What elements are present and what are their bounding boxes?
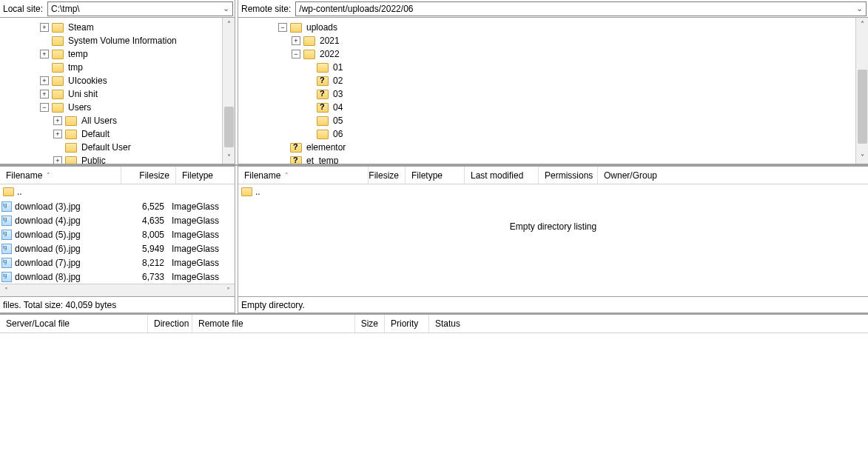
remote-tree-scrollbar[interactable]: ˄ ˅ bbox=[855, 18, 868, 164]
unknown-folder-icon bbox=[317, 103, 329, 113]
expand-icon[interactable]: + bbox=[53, 130, 62, 138]
column-server-local[interactable]: Server/Local file bbox=[0, 315, 148, 333]
tree-item[interactable]: +UIcookies bbox=[0, 74, 222, 87]
tree-item[interactable]: tmp bbox=[0, 61, 222, 74]
column-size[interactable]: Size bbox=[355, 315, 385, 333]
column-status[interactable]: Status bbox=[429, 315, 868, 333]
local-status-bar: files. Total size: 40,059 bytes bbox=[0, 296, 235, 313]
column-filesize[interactable]: Filesize bbox=[121, 167, 176, 184]
column-lastmodified[interactable]: Last modified bbox=[465, 167, 539, 184]
tree-spacer bbox=[305, 130, 314, 138]
scroll-down-icon[interactable]: ˅ bbox=[223, 151, 235, 164]
scroll-right-icon[interactable]: ˃ bbox=[222, 287, 235, 295]
expand-icon[interactable]: + bbox=[40, 23, 49, 32]
local-tree[interactable]: +SteamSystem Volume Information+temptmp+… bbox=[0, 18, 222, 164]
tree-item[interactable]: −uploads bbox=[238, 21, 855, 34]
tree-item[interactable]: +All Users bbox=[0, 114, 222, 127]
tree-spacer bbox=[305, 116, 314, 125]
scroll-down-icon[interactable]: ˅ bbox=[856, 151, 868, 164]
tree-item[interactable]: et_temp bbox=[238, 154, 855, 164]
remote-path-input[interactable]: /wp-content/uploads/2022/06 ⌄ bbox=[295, 1, 867, 16]
column-remote-file[interactable]: Remote file bbox=[192, 315, 355, 333]
parent-dir-row[interactable]: .. bbox=[238, 184, 868, 199]
local-file-list[interactable]: .. download (3).jpg6,525ImageGlassdownlo… bbox=[0, 184, 235, 284]
file-size: 8,212 bbox=[118, 258, 172, 268]
column-filetype[interactable]: Filetype bbox=[176, 167, 235, 184]
local-columns: Filename˄ Filesize Filetype bbox=[0, 167, 235, 184]
collapse-icon[interactable]: − bbox=[40, 103, 49, 112]
column-direction[interactable]: Direction bbox=[148, 315, 192, 333]
column-filename[interactable]: Filename˄ bbox=[238, 167, 369, 184]
tree-item-label: Default bbox=[80, 129, 111, 139]
tree-item[interactable]: System Volume Information bbox=[0, 34, 222, 47]
expand-icon[interactable]: + bbox=[40, 50, 49, 59]
file-row[interactable]: download (3).jpg6,525ImageGlass bbox=[0, 199, 235, 213]
remote-file-list[interactable]: .. Empty directory listing bbox=[238, 184, 868, 296]
tree-item[interactable]: +Public bbox=[0, 154, 222, 164]
tree-item[interactable]: 02 bbox=[238, 74, 855, 87]
local-tree-scrollbar[interactable]: ˄ ˅ bbox=[222, 18, 235, 164]
file-row[interactable]: download (4).jpg4,635ImageGlass bbox=[0, 213, 235, 227]
collapse-icon[interactable]: − bbox=[278, 23, 287, 32]
tree-item[interactable]: 03 bbox=[238, 87, 855, 101]
remote-columns: Filename˄ Filesize Filetype Last modifie… bbox=[238, 167, 868, 184]
tree-item[interactable]: −Users bbox=[0, 101, 222, 114]
file-row[interactable]: download (7).jpg8,212ImageGlass bbox=[0, 255, 235, 270]
tree-item[interactable]: −2022 bbox=[238, 47, 855, 61]
collapse-icon[interactable]: − bbox=[292, 50, 300, 59]
column-filename[interactable]: Filename˄ bbox=[0, 167, 121, 184]
file-type: ImageGlass bbox=[172, 258, 231, 268]
unknown-folder-icon bbox=[317, 90, 329, 99]
scrollbar-thumb[interactable] bbox=[858, 70, 867, 144]
local-list-hscrollbar[interactable]: ˂ ˃ bbox=[0, 284, 235, 296]
tree-item[interactable]: +2021 bbox=[238, 34, 855, 47]
column-priority[interactable]: Priority bbox=[385, 315, 429, 333]
scroll-up-icon[interactable]: ˄ bbox=[856, 18, 868, 30]
tree-spacer bbox=[305, 76, 314, 85]
image-file-icon bbox=[1, 216, 12, 226]
tree-item[interactable]: +Default bbox=[0, 127, 222, 141]
tree-item-label: 2021 bbox=[318, 36, 341, 46]
file-row[interactable]: download (5).jpg8,005ImageGlass bbox=[0, 227, 235, 241]
chevron-down-icon[interactable]: ⌄ bbox=[223, 4, 229, 13]
tree-item-label: Steam bbox=[67, 22, 95, 33]
queue-body[interactable] bbox=[0, 333, 868, 471]
tree-item[interactable]: +Uni shit bbox=[0, 87, 222, 101]
tree-item[interactable]: 04 bbox=[238, 101, 855, 114]
expand-icon[interactable]: + bbox=[53, 116, 62, 125]
tree-item[interactable]: 05 bbox=[238, 114, 855, 127]
file-row[interactable]: download (8).jpg6,733ImageGlass bbox=[0, 270, 235, 284]
chevron-down-icon[interactable]: ⌄ bbox=[856, 4, 863, 13]
tree-item[interactable]: +temp bbox=[0, 47, 222, 61]
parent-dir-row[interactable]: .. bbox=[0, 184, 235, 199]
expand-icon[interactable]: + bbox=[53, 156, 62, 164]
remote-tree[interactable]: −uploads+2021−2022010203040506elementore… bbox=[238, 18, 855, 164]
tree-spacer bbox=[40, 36, 49, 45]
tree-item-label: uploads bbox=[305, 22, 339, 33]
expand-icon[interactable]: + bbox=[292, 36, 300, 45]
scrollbar-thumb[interactable] bbox=[224, 107, 234, 147]
scroll-left-icon[interactable]: ˂ bbox=[0, 287, 13, 295]
empty-listing-message: Empty directory listing bbox=[238, 221, 868, 232]
column-filesize[interactable]: Filesize bbox=[369, 167, 406, 184]
tree-item[interactable]: Default User bbox=[0, 141, 222, 154]
expand-icon[interactable]: + bbox=[40, 90, 49, 98]
remote-tree-pane: Remote site: /wp-content/uploads/2022/06… bbox=[238, 0, 868, 164]
file-row[interactable]: download (6).jpg5,949ImageGlass bbox=[0, 241, 235, 255]
local-path-input[interactable]: C:\tmp\ ⌄ bbox=[47, 1, 233, 16]
folder-icon bbox=[241, 187, 252, 196]
tree-spacer bbox=[278, 143, 287, 152]
scroll-up-icon[interactable]: ˄ bbox=[223, 18, 235, 30]
column-filetype[interactable]: Filetype bbox=[406, 167, 465, 184]
column-permissions[interactable]: Permissions bbox=[539, 167, 598, 184]
tree-spacer bbox=[53, 143, 62, 152]
file-type: ImageGlass bbox=[172, 230, 231, 240]
tree-item[interactable]: 01 bbox=[238, 61, 855, 74]
tree-item[interactable]: 06 bbox=[238, 127, 855, 141]
folder-icon bbox=[52, 63, 64, 73]
expand-icon[interactable]: + bbox=[40, 76, 49, 85]
tree-item[interactable]: +Steam bbox=[0, 21, 222, 34]
tree-item[interactable]: elementor bbox=[238, 141, 855, 154]
column-owner[interactable]: Owner/Group bbox=[598, 167, 868, 184]
folder-icon bbox=[3, 187, 14, 196]
